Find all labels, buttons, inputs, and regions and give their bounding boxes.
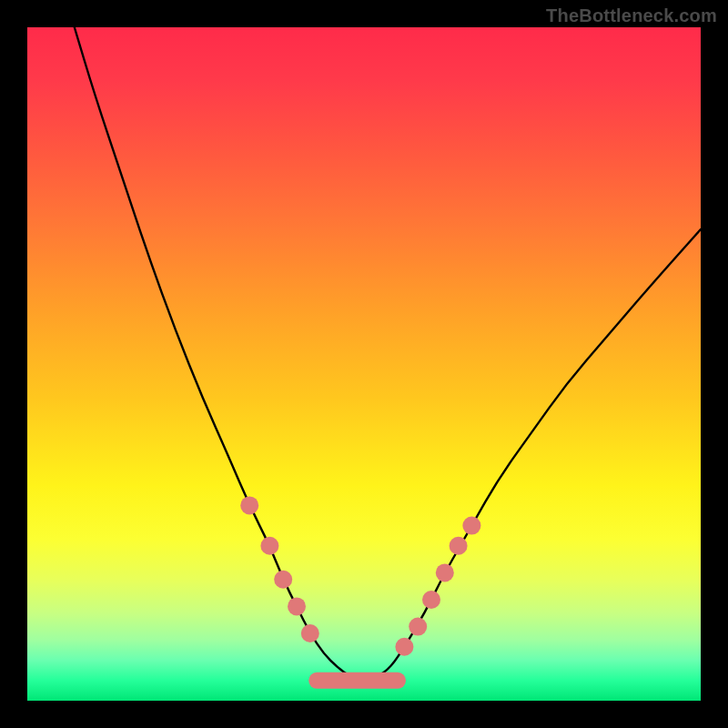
chart-overlay [27, 27, 701, 701]
left-slope-points-3 [288, 597, 306, 615]
curve-group [75, 27, 701, 680]
left-slope-points-1 [260, 537, 278, 555]
right-slope-points-2 [422, 591, 440, 609]
right-slope-points-1 [409, 618, 427, 636]
watermark-text: TheBottleneck.com [546, 5, 717, 26]
right-slope-points-3 [436, 563, 454, 581]
left-slope-points-2 [274, 571, 292, 589]
left-slope-points-4 [301, 624, 319, 642]
right-slope-points-5 [462, 517, 480, 535]
right-slope-points-4 [450, 537, 468, 555]
bottleneck-curve [75, 27, 701, 680]
chart-container: TheBottleneck.com [0, 0, 728, 728]
markers-group [240, 496, 480, 680]
plot-area [27, 27, 701, 701]
left-slope-points-0 [240, 496, 258, 514]
right-slope-points-0 [395, 638, 413, 656]
